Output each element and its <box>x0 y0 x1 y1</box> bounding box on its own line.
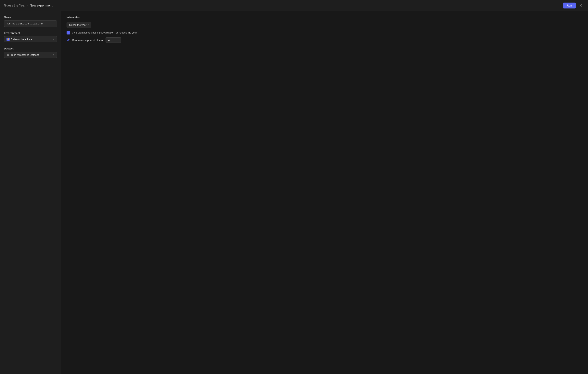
dataset-dropdown-inner: Tech Milestones Dataset <box>7 53 39 56</box>
random-component-input[interactable] <box>105 37 121 43</box>
chevron-down-icon-dataset: ▾ <box>53 53 54 56</box>
chevron-down-icon-interaction: ▾ <box>88 24 89 26</box>
close-button[interactable]: ✕ <box>578 3 584 8</box>
environment-dropdown[interactable]: ⚡ Raissa-Linear.local ▾ <box>4 36 57 42</box>
environment-field-group: Environment ⚡ Raissa-Linear.local ▾ <box>4 32 57 42</box>
interaction-value: Guess the year <box>69 23 86 26</box>
validation-check-row: 3 / 3 data points pass input validation … <box>67 31 582 35</box>
run-button[interactable]: Run <box>563 2 576 9</box>
left-panel: Name Environment ⚡ Raissa-Linear.local ▾… <box>0 11 61 374</box>
interaction-section: Guess the year ▾ 3 / 3 data points pass … <box>67 22 582 43</box>
name-input[interactable] <box>4 20 57 27</box>
breadcrumb-link[interactable]: Guess the Year <box>4 4 25 7</box>
main-content: Name Environment ⚡ Raissa-Linear.local ▾… <box>0 11 588 374</box>
edit-icon[interactable] <box>67 38 70 42</box>
interaction-dropdown[interactable]: Guess the year ▾ <box>67 22 91 28</box>
dataset-icon <box>7 53 10 56</box>
interaction-dropdown-row: Guess the year ▾ <box>67 22 582 28</box>
validation-check-icon <box>67 31 70 34</box>
chevron-down-icon: ▾ <box>53 38 54 41</box>
interaction-section-title: Interaction <box>67 16 582 19</box>
dataset-label: Dataset <box>4 47 57 50</box>
name-field-group: Name <box>4 16 57 27</box>
lightning-icon: ⚡ <box>7 38 10 41</box>
validation-check-text: 3 / 3 data points pass input validation … <box>72 31 138 35</box>
breadcrumb-separator: › <box>27 4 28 7</box>
breadcrumb-current: New experiment <box>30 4 52 7</box>
header-left: Guess the Year › New experiment <box>4 4 52 7</box>
svg-rect-1 <box>8 53 9 54</box>
right-panel: Interaction Guess the year ▾ 3 / 3 data … <box>61 11 588 374</box>
random-component-label: Random component of year <box>72 39 104 42</box>
svg-rect-3 <box>8 55 9 56</box>
svg-rect-0 <box>7 53 8 54</box>
dataset-dropdown[interactable]: Tech Milestones Dataset ▾ <box>4 52 57 58</box>
environment-dropdown-inner: ⚡ Raissa-Linear.local <box>7 38 32 41</box>
environment-label: Environment <box>4 32 57 34</box>
svg-rect-2 <box>7 55 8 56</box>
header: Guess the Year › New experiment Run ✕ <box>0 0 588 11</box>
dataset-value: Tech Milestones Dataset <box>11 53 39 56</box>
dataset-field-group: Dataset Tech Milestones Dataset ▾ <box>4 47 57 58</box>
environment-value: Raissa-Linear.local <box>11 38 32 41</box>
name-label: Name <box>4 16 57 19</box>
header-right: Run ✕ <box>563 2 584 9</box>
random-component-row: Random component of year <box>67 37 582 43</box>
